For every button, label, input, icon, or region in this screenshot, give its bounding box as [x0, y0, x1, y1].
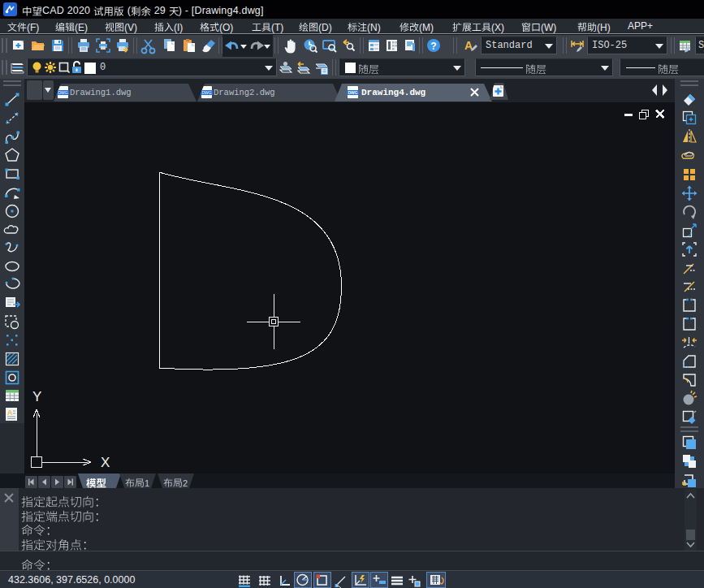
- svg-text:DWG: DWG: [58, 90, 67, 95]
- svg-text:DWG: DWG: [348, 90, 357, 95]
- svg-text:Y: Y: [32, 389, 41, 404]
- svg-text:A: A: [7, 409, 13, 417]
- svg-text:?: ?: [430, 41, 436, 52]
- svg-text:DWG: DWG: [201, 90, 211, 95]
- svg-text:X: X: [101, 455, 110, 470]
